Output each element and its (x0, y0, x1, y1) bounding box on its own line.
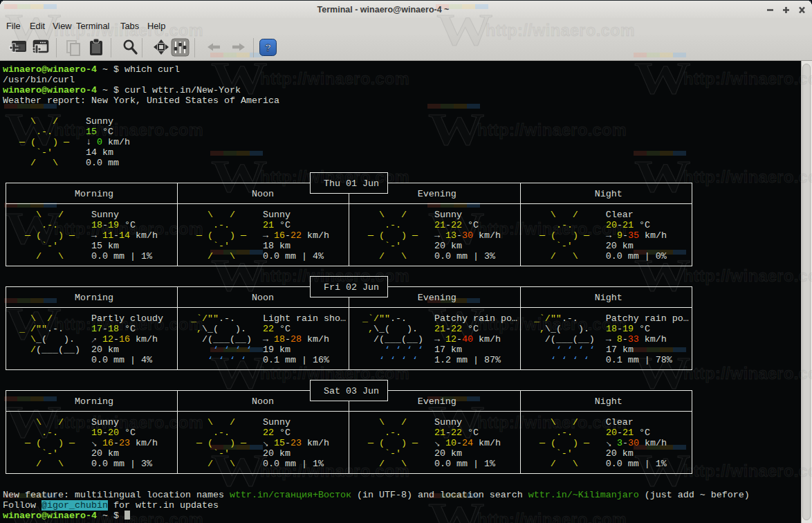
svg-text:?: ? (265, 42, 271, 53)
